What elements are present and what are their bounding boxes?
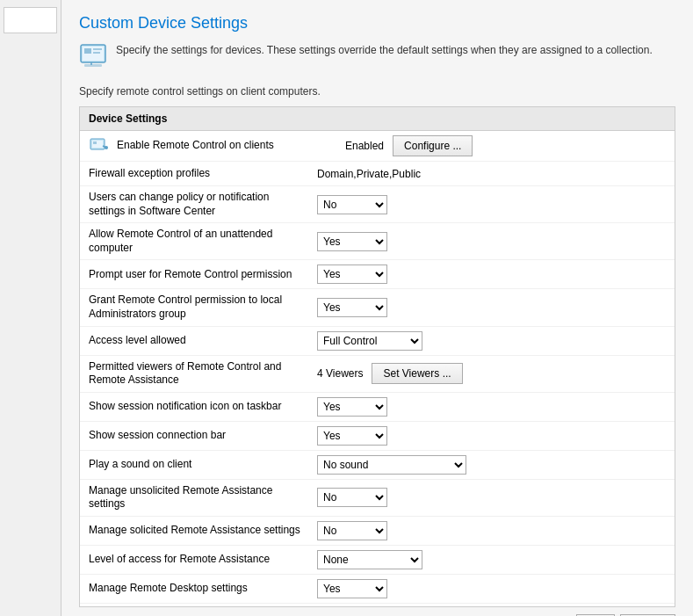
row-manage-remote-desktop: Manage Remote Desktop settings Yes No xyxy=(80,575,675,604)
row-show-notification: Show session notification icon on taskba… xyxy=(80,393,675,422)
access-level-control[interactable]: Full Control View Only xyxy=(317,331,666,351)
device-settings-header: Device Settings xyxy=(80,107,675,131)
allow-unattended-label: Allow Remote Control of an unattended co… xyxy=(89,228,317,255)
level-access-label: Level of access for Remote Assistance xyxy=(89,553,317,567)
header-section: Specify the settings for devices. These … xyxy=(79,43,675,71)
row-manage-solicited: Manage solicited Remote Assistance setti… xyxy=(80,517,675,546)
manage-unsolicited-control[interactable]: No Yes xyxy=(317,488,666,507)
allow-unattended-control[interactable]: Yes No xyxy=(317,232,666,251)
manage-unsolicited-select[interactable]: No Yes xyxy=(317,488,387,507)
show-notification-label: Show session notification icon on taskba… xyxy=(89,400,317,414)
set-viewers-button[interactable]: Set Viewers ... xyxy=(372,363,462,384)
grant-permission-label: Grant Remote Control permission to local… xyxy=(89,294,317,321)
access-level-select[interactable]: Full Control View Only xyxy=(317,331,422,351)
access-level-label: Access level allowed xyxy=(89,334,317,348)
svg-rect-3 xyxy=(93,48,102,50)
show-connection-bar-select[interactable]: Yes No xyxy=(317,426,387,446)
device-settings-box: Device Settings Enable Remote Control on… xyxy=(79,106,675,607)
show-notification-control[interactable]: Yes No xyxy=(317,397,666,417)
page-title: Custom Device Settings xyxy=(79,14,675,33)
remote-control-icon xyxy=(89,135,110,156)
row-permitted-viewers: Permitted viewers of Remote Control and … xyxy=(80,356,675,393)
manage-remote-desktop-control[interactable]: Yes No xyxy=(317,579,666,598)
main-content: Custom Device Settings Specify the setti… xyxy=(61,0,693,616)
firewall-label: Firewall exception profiles xyxy=(89,167,317,181)
users-change-control[interactable]: No Yes xyxy=(317,195,666,214)
permitted-viewers-label: Permitted viewers of Remote Control and … xyxy=(89,360,317,388)
manage-remote-desktop-label: Manage Remote Desktop settings xyxy=(89,582,317,596)
manage-remote-desktop-select[interactable]: Yes No xyxy=(317,579,387,598)
row-level-access: Level of access for Remote Assistance No… xyxy=(80,546,675,575)
show-notification-select[interactable]: Yes No xyxy=(317,397,387,417)
enable-remote-value: Enabled xyxy=(345,140,384,152)
settings-icon xyxy=(79,43,107,71)
enable-remote-label: Enable Remote Control on clients xyxy=(117,139,345,153)
prompt-user-label: Prompt user for Remote Control permissio… xyxy=(89,268,317,282)
sidebar xyxy=(0,0,61,616)
prompt-user-control[interactable]: Yes No xyxy=(317,265,666,284)
row-play-sound: Play a sound on client No sound Always W… xyxy=(80,451,675,480)
permitted-viewers-value: 4 Viewers xyxy=(317,367,363,380)
show-connection-bar-label: Show session connection bar xyxy=(89,429,317,443)
play-sound-select[interactable]: No sound Always When session begins or e… xyxy=(317,455,466,475)
level-access-control[interactable]: None Remote viewing Full Control xyxy=(317,550,666,569)
enable-remote-control: Enabled Configure ... xyxy=(345,135,666,156)
header-description: Specify the settings for devices. These … xyxy=(116,43,653,58)
manage-solicited-label: Manage solicited Remote Assistance setti… xyxy=(89,524,317,538)
level-access-select[interactable]: None Remote viewing Full Control xyxy=(317,550,422,569)
manage-solicited-control[interactable]: No Yes xyxy=(317,521,666,540)
svg-rect-4 xyxy=(93,52,100,54)
svg-rect-5 xyxy=(84,64,102,67)
firewall-value: Domain,Private,Public xyxy=(317,168,421,180)
allow-unattended-select[interactable]: Yes No xyxy=(317,232,387,251)
manage-unsolicited-label: Manage unsolicited Remote Assistance set… xyxy=(89,484,317,511)
play-sound-control[interactable]: No sound Always When session begins or e… xyxy=(317,455,666,475)
row-access-level: Access level allowed Full Control View O… xyxy=(80,327,675,356)
row-enable-remote-control: Enable Remote Control on clients Enabled… xyxy=(80,131,675,162)
firewall-control: Domain,Private,Public xyxy=(317,168,666,180)
grant-permission-select[interactable]: Yes No xyxy=(317,298,387,317)
svg-point-11 xyxy=(105,146,108,149)
grant-permission-control[interactable]: Yes No xyxy=(317,298,666,317)
specify-text: Specify remote control settings on clien… xyxy=(79,85,675,98)
users-change-select[interactable]: No Yes xyxy=(317,195,387,214)
row-allow-permitted-viewers: Allow permitted viewers to connect by us… xyxy=(80,604,675,607)
row-firewall: Firewall exception profiles Domain,Priva… xyxy=(80,162,675,186)
row-grant-permission: Grant Remote Control permission to local… xyxy=(80,289,675,326)
svg-rect-9 xyxy=(93,141,97,144)
row-show-connection-bar: Show session connection bar Yes No xyxy=(80,422,675,451)
permitted-viewers-control: 4 Viewers Set Viewers ... xyxy=(317,363,666,384)
prompt-user-select[interactable]: Yes No xyxy=(317,265,387,284)
sidebar-item-1[interactable] xyxy=(4,7,57,33)
row-manage-unsolicited: Manage unsolicited Remote Assistance set… xyxy=(80,480,675,517)
manage-solicited-select[interactable]: No Yes xyxy=(317,521,387,540)
users-change-label: Users can change policy or notification … xyxy=(89,191,317,218)
play-sound-label: Play a sound on client xyxy=(89,458,317,472)
row-allow-unattended: Allow Remote Control of an unattended co… xyxy=(80,223,675,260)
show-connection-bar-control[interactable]: Yes No xyxy=(317,426,666,446)
row-users-change-policy: Users can change policy or notification … xyxy=(80,186,675,223)
svg-rect-2 xyxy=(84,48,91,54)
row-prompt-user: Prompt user for Remote Control permissio… xyxy=(80,260,675,289)
configure-button[interactable]: Configure ... xyxy=(393,135,473,156)
